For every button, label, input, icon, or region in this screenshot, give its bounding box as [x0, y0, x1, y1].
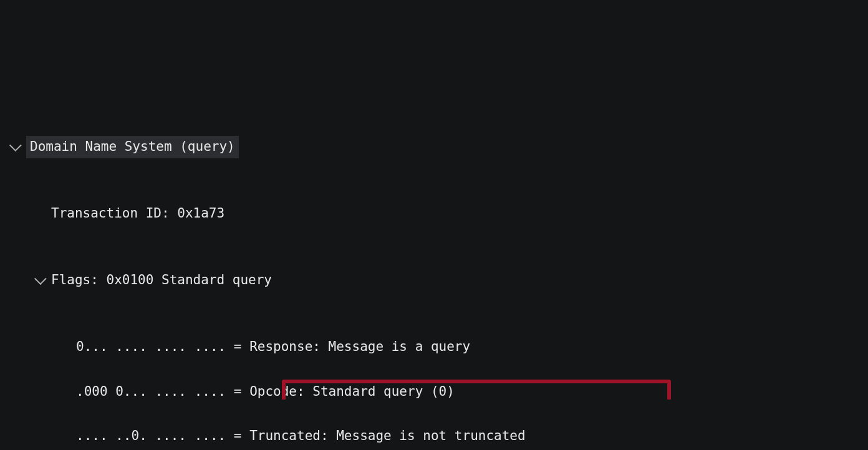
flag-bit-row[interactable]: 0... .... .... .... = Response: Message … [0, 336, 868, 358]
protocol-header-row[interactable]: Domain Name System (query) [0, 136, 868, 158]
transaction-id: Transaction ID: 0x1a73 [51, 203, 224, 225]
chevron-down-icon[interactable] [5, 143, 22, 151]
flags-row[interactable]: Flags: 0x0100 Standard query [0, 269, 868, 292]
transaction-id-row[interactable]: Transaction ID: 0x1a73 [0, 203, 868, 225]
flag-bit-row[interactable]: .000 0... .... .... = Opcode: Standard q… [0, 381, 868, 403]
chevron-down-icon[interactable] [30, 276, 47, 285]
flag-bit-row[interactable]: .... ..0. .... .... = Truncated: Message… [0, 425, 868, 448]
flag-opcode: .000 0... .... .... = Opcode: Standard q… [76, 381, 455, 403]
flag-response: 0... .... .... .... = Response: Message … [76, 336, 470, 358]
protocol-header: Domain Name System (query) [26, 136, 239, 158]
flags-summary: Flags: 0x0100 Standard query [51, 269, 272, 292]
flag-truncated: .... ..0. .... .... = Truncated: Message… [76, 425, 526, 448]
